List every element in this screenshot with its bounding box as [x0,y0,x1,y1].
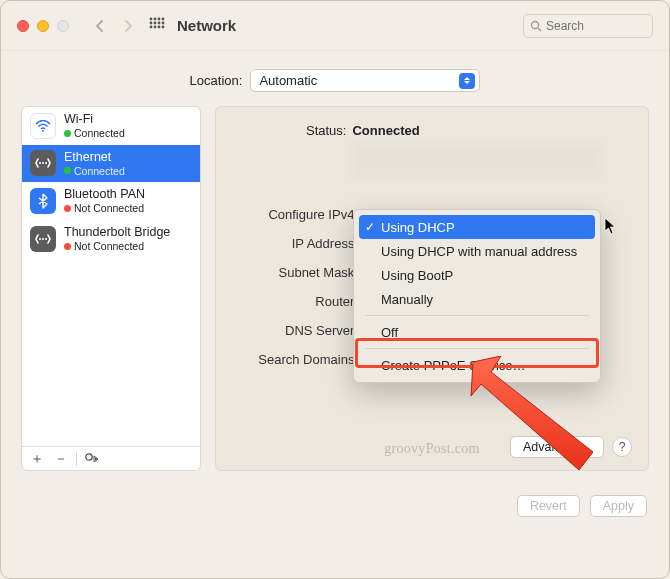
router-label: Router: [234,294,366,309]
service-name: Wi-Fi [64,112,125,127]
apply-button[interactable]: Apply [590,495,647,517]
chevron-updown-icon [459,73,475,89]
sidebar-item-ethernet[interactable]: EthernetConnected [22,145,200,183]
svg-point-8 [150,25,153,28]
show-all-icon[interactable] [149,17,167,35]
svg-point-11 [162,25,165,28]
configure-label: Configure IPv4: [234,207,366,222]
back-button[interactable] [89,15,111,37]
menu-item-manually[interactable]: Manually [359,287,595,311]
svg-point-6 [158,21,161,24]
minimize-icon[interactable] [37,20,49,32]
sidebar-item-wi-fi[interactable]: Wi-FiConnected [22,107,200,145]
dns-label: DNS Server: [234,323,366,338]
svg-point-10 [158,25,161,28]
svg-point-4 [150,21,153,24]
status-value: Connected [352,123,419,138]
add-service-button[interactable]: ＋ [26,449,48,469]
status-dot-icon [64,167,71,174]
svg-point-0 [150,17,153,20]
subnet-label: Subnet Mask: [234,265,366,280]
status-label: Status: [306,123,346,138]
close-icon[interactable] [17,20,29,32]
service-sidebar: Wi-FiConnectedEthernetConnectedBluetooth… [21,106,201,471]
location-select[interactable]: Automatic [250,69,480,92]
ip-label: IP Address: [234,236,366,251]
menu-item-off[interactable]: Off [359,320,595,344]
svg-point-5 [154,21,157,24]
svg-point-17 [45,162,47,164]
svg-point-9 [154,25,157,28]
wifi-icon [30,113,56,139]
status-dot-icon [64,205,71,212]
service-list: Wi-FiConnectedEthernetConnectedBluetooth… [22,107,200,446]
svg-point-21 [86,453,92,459]
svg-point-3 [162,17,165,20]
location-label: Location: [190,73,243,88]
help-button[interactable]: ? [612,437,632,457]
service-name: Thunderbolt Bridge [64,225,170,240]
advanced-button[interactable]: Advanced… [510,436,604,458]
bt-icon [30,188,56,214]
svg-point-15 [39,162,41,164]
location-value: Automatic [259,73,317,88]
svg-point-7 [162,21,165,24]
service-status: Connected [64,165,125,178]
page-title: Network [177,17,236,34]
status-dot-icon [64,243,71,250]
search-domains-label: Search Domains: [234,352,366,367]
menu-separator [365,315,589,316]
remove-service-button[interactable]: － [50,449,72,469]
svg-point-2 [158,17,161,20]
search-field[interactable] [523,14,653,38]
zoom-icon [57,20,69,32]
svg-point-14 [42,130,44,132]
menu-item-create-pppoe-service[interactable]: Create PPPoE Service… [359,353,595,377]
svg-point-19 [42,238,44,240]
redacted-status-text [352,144,602,178]
eth-icon [30,226,56,252]
svg-point-1 [154,17,157,20]
location-row: Location: Automatic [1,51,669,106]
revert-button[interactable]: Revert [517,495,580,517]
service-status: Connected [64,127,125,140]
network-prefs-window: Network Location: Automatic Wi-FiConnect… [0,0,670,579]
search-icon [530,20,542,32]
service-name: Ethernet [64,150,125,165]
menu-item-using-dhcp[interactable]: Using DHCP [359,215,595,239]
eth-icon [30,150,56,176]
search-input[interactable] [546,19,636,33]
service-status: Not Connected [64,240,170,253]
menu-item-using-dhcp-with-manual-address[interactable]: Using DHCP with manual address [359,239,595,263]
menu-item-using-bootp[interactable]: Using BootP [359,263,595,287]
configure-ipv4-menu[interactable]: Using DHCPUsing DHCP with manual address… [353,209,601,383]
window-controls [17,20,69,32]
service-actions-button[interactable] [81,449,103,469]
svg-point-16 [42,162,44,164]
window-footer: Revert Apply [1,485,669,517]
sidebar-item-thunderbolt-bridge[interactable]: Thunderbolt BridgeNot Connected [22,220,200,258]
service-name: Bluetooth PAN [64,187,145,202]
service-status: Not Connected [64,202,145,215]
svg-point-18 [39,238,41,240]
watermark: groovyPost.com [384,441,480,457]
titlebar: Network [1,1,669,51]
sidebar-footer: ＋ － [22,446,200,470]
svg-line-13 [538,28,541,31]
status-dot-icon [64,130,71,137]
svg-point-12 [532,21,539,28]
svg-point-20 [45,238,47,240]
sidebar-item-bluetooth-pan[interactable]: Bluetooth PANNot Connected [22,182,200,220]
menu-separator [365,348,589,349]
forward-button [117,15,139,37]
